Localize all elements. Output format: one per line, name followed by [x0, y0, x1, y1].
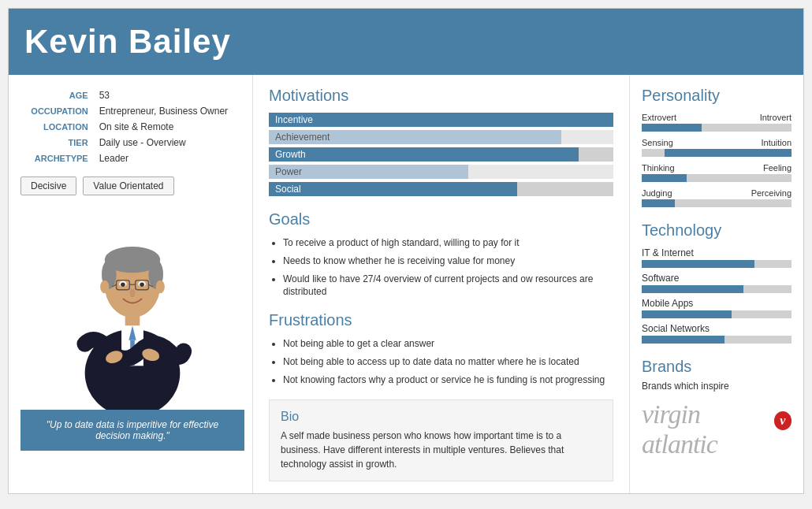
- virgin-text: virgin atlantic: [642, 399, 772, 459]
- tech-label-mobile: Mobile Apps: [642, 298, 792, 309]
- personality-section: Personality Extrovert Introvert Sensing: [642, 87, 792, 207]
- tech-label-it: IT & Internet: [642, 247, 792, 258]
- tech-it-internet: IT & Internet: [642, 247, 792, 268]
- bio-box: Bio A self made business person who know…: [269, 399, 613, 481]
- motivation-bar-power: Power: [269, 165, 613, 179]
- occupation-label: OCCUPATION: [22, 104, 95, 118]
- brands-subtitle: Brands which inspire: [642, 381, 792, 392]
- tag-value-orientated[interactable]: Value Orientated: [83, 176, 173, 195]
- person-name: Kevin Bailey: [24, 23, 788, 61]
- trait-thinking-feeling: Thinking Feeling: [642, 163, 792, 182]
- trait-right-intuition: Intuition: [761, 138, 792, 147]
- frustrations-title: Frustrations: [269, 311, 613, 329]
- trait-right-perceiving: Perceiving: [751, 188, 792, 198]
- portrait: [20, 205, 244, 410]
- tech-social-networks: Social Networks: [642, 323, 792, 344]
- trait-judging-perceiving: Judging Perceiving: [642, 188, 792, 207]
- trait-left-sensing: Sensing: [642, 138, 673, 147]
- motivations-title: Motivations: [269, 87, 613, 105]
- header: Kevin Bailey: [9, 9, 803, 75]
- trait-sensing-intuition: Sensing Intuition: [642, 138, 792, 157]
- bar-label-incentive: Incentive: [275, 113, 313, 126]
- quote-text: "Up to date data is imperitive for effec…: [47, 419, 218, 441]
- technology-title: Technology: [642, 221, 792, 240]
- right-column: Personality Extrovert Introvert Sensing: [630, 75, 803, 493]
- motivation-bar-growth: Growth: [269, 147, 613, 162]
- goals-section: Goals To receive a product of high stand…: [269, 210, 613, 299]
- frustration-item-2: Not being able to access up to date data…: [283, 355, 613, 369]
- middle-column: Motivations Incentive Achievement: [253, 75, 630, 493]
- motivation-bar-social: Social: [269, 182, 613, 196]
- tier-value: Daily use - Overview: [96, 136, 243, 150]
- goals-title: Goals: [269, 210, 613, 228]
- virgin-atlantic-logo: virgin atlantic v: [642, 399, 792, 459]
- age-label: AGE: [22, 88, 95, 102]
- tech-software: Software: [642, 273, 792, 293]
- trait-extrovert-introvert: Extrovert Introvert: [642, 113, 792, 132]
- trait-left-judging: Judging: [642, 188, 672, 198]
- trait-right-feeling: Feeling: [763, 163, 792, 173]
- svg-point-21: [100, 281, 109, 294]
- left-column: AGE 53 OCCUPATION Entrepreneur, Business…: [9, 75, 253, 493]
- bio-title: Bio: [281, 410, 602, 424]
- archetype-value: Leader: [96, 151, 243, 165]
- occupation-value: Entrepreneur, Business Owner: [96, 104, 243, 118]
- quote-box: "Up to date data is imperitive for effec…: [20, 410, 244, 451]
- main-content: AGE 53 OCCUPATION Entrepreneur, Business…: [9, 75, 803, 493]
- svg-point-14: [121, 282, 125, 287]
- tech-label-social: Social Networks: [642, 323, 792, 334]
- tags-row: Decisive Value Orientated: [20, 176, 244, 195]
- archetype-label: ARCHETYPE: [22, 151, 95, 165]
- bar-label-power: Power: [275, 165, 302, 178]
- age-value: 53: [96, 88, 243, 102]
- trait-left-thinking: Thinking: [642, 163, 675, 173]
- goal-item-3: Would like to have 27/4 overview of curr…: [283, 273, 613, 299]
- person-image: [54, 205, 211, 410]
- bio-text: A self made business person who knows ho…: [281, 429, 602, 471]
- svg-point-15: [140, 282, 144, 287]
- frustration-item-3: Not knowing factors why a product or ser…: [283, 373, 613, 387]
- goal-item-2: Needs to know whether he is receiving va…: [283, 254, 613, 268]
- personality-title: Personality: [642, 87, 792, 105]
- tech-mobile-apps: Mobile Apps: [642, 298, 792, 318]
- tag-decisive[interactable]: Decisive: [20, 176, 76, 195]
- bar-label-growth: Growth: [275, 148, 306, 161]
- motivations-section: Motivations Incentive Achievement: [269, 87, 613, 196]
- brands-section: Brands Brands which inspire virgin atlan…: [642, 358, 792, 459]
- svg-point-22: [156, 281, 165, 294]
- bar-label-social: Social: [275, 183, 301, 195]
- tier-label: TIER: [22, 136, 95, 150]
- virgin-badge: v: [774, 411, 792, 430]
- technology-section: Technology IT & Internet Software Mobile…: [642, 221, 792, 344]
- info-table: AGE 53 OCCUPATION Entrepreneur, Business…: [20, 87, 244, 167]
- motivation-bar-incentive: Incentive: [269, 113, 613, 127]
- location-label: LOCATION: [22, 120, 95, 134]
- trait-right-introvert: Introvert: [760, 113, 792, 122]
- bar-label-achievement: Achievement: [275, 131, 330, 143]
- location-value: On site & Remote: [96, 120, 243, 134]
- trait-left-extrovert: Extrovert: [642, 113, 676, 122]
- tech-label-software: Software: [642, 273, 792, 284]
- brands-title: Brands: [642, 358, 792, 376]
- frustration-item-1: Not being able to get a clear answer: [283, 337, 613, 351]
- goal-item-1: To receive a product of high standard, w…: [283, 236, 613, 250]
- motivation-bar-achievement: Achievement: [269, 130, 613, 144]
- frustrations-section: Frustrations Not being able to get a cle…: [269, 311, 613, 386]
